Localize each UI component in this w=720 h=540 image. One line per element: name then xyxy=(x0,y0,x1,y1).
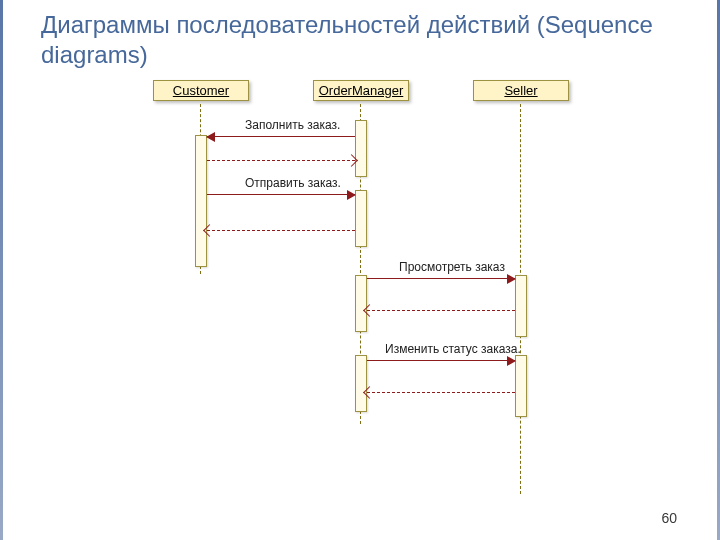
msg-label-status: Изменить статус заказа. xyxy=(385,342,521,356)
activation-om-3 xyxy=(355,275,367,332)
sequence-diagram: Customer OrderManager Seller Заполнить з… xyxy=(153,80,603,500)
page-title: Диаграммы последовательностей действий (… xyxy=(41,10,677,70)
arrow-view-return xyxy=(367,310,515,311)
arrow-status xyxy=(367,360,515,361)
participant-customer: Customer xyxy=(153,80,249,101)
participant-ordermanager: OrderManager xyxy=(313,80,409,101)
msg-label-send: Отправить заказ. xyxy=(245,176,341,190)
activation-seller-1 xyxy=(515,275,527,337)
participant-seller: Seller xyxy=(473,80,569,101)
arrow-status-return xyxy=(367,392,515,393)
msg-label-view: Просмотреть заказ xyxy=(399,260,505,274)
arrow-send xyxy=(207,194,355,195)
arrow-fill-return xyxy=(207,160,355,161)
slide: Диаграммы последовательностей действий (… xyxy=(0,0,720,540)
arrow-view xyxy=(367,278,515,279)
activation-customer xyxy=(195,135,207,267)
activation-om-1 xyxy=(355,120,367,177)
activation-om-2 xyxy=(355,190,367,247)
arrow-fill xyxy=(207,136,355,137)
activation-om-4 xyxy=(355,355,367,412)
page-number: 60 xyxy=(661,510,677,526)
arrow-send-return xyxy=(207,230,355,231)
activation-seller-2 xyxy=(515,355,527,417)
msg-label-fill: Заполнить заказ. xyxy=(245,118,340,132)
